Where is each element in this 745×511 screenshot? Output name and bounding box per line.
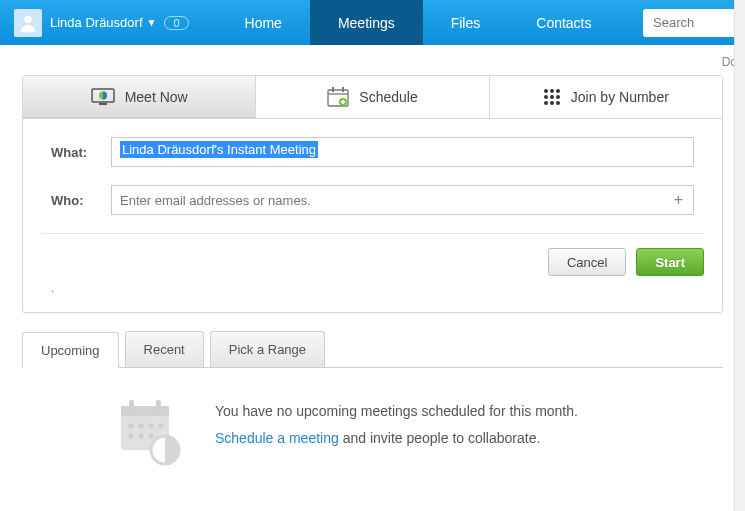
nav-files-label: Files	[451, 15, 481, 31]
person-icon	[17, 12, 39, 34]
svg-rect-21	[121, 406, 169, 416]
notification-badge[interactable]: 0	[164, 16, 188, 30]
tab-join-by-number[interactable]: Join by Number	[490, 76, 722, 118]
svg-point-19	[556, 101, 560, 105]
who-label: Who:	[51, 193, 111, 208]
svg-rect-7	[342, 87, 344, 92]
form-actions: Cancel Start	[23, 248, 722, 276]
status-dots: .	[23, 282, 722, 294]
nav-contacts-label: Contacts	[536, 15, 591, 31]
schedule-meeting-link[interactable]: Schedule a meeting	[215, 430, 339, 446]
tab-join-label: Join by Number	[571, 89, 669, 105]
nav-meetings[interactable]: Meetings	[310, 0, 423, 45]
start-button[interactable]: Start	[636, 248, 704, 276]
plus-icon: +	[674, 191, 683, 208]
calendar-empty-icon	[117, 398, 187, 468]
nav-home-label: Home	[245, 15, 282, 31]
svg-rect-6	[332, 87, 334, 92]
nav-files[interactable]: Files	[423, 0, 509, 45]
nav-contacts[interactable]: Contacts	[508, 0, 619, 45]
who-input[interactable]	[120, 193, 672, 208]
svg-point-14	[544, 95, 548, 99]
username-label: Linda Dräusdorf	[50, 15, 143, 30]
svg-point-25	[139, 424, 144, 429]
search-wrap	[643, 0, 745, 45]
monitor-webex-icon	[91, 88, 115, 106]
lower-section: Upcoming Recent Pick a Range You have no…	[22, 331, 723, 468]
meeting-tabs: Meet Now Schedule Join by Number	[23, 76, 722, 119]
svg-point-12	[550, 89, 554, 93]
tab-upcoming[interactable]: Upcoming	[22, 332, 119, 368]
tab-schedule-label: Schedule	[359, 89, 417, 105]
svg-rect-2	[99, 103, 107, 105]
empty-state-text: You have no upcoming meetings scheduled …	[215, 398, 578, 451]
svg-point-18	[550, 101, 554, 105]
svg-rect-22	[129, 400, 134, 412]
svg-point-27	[159, 424, 164, 429]
divider	[41, 233, 704, 234]
what-input-value: Linda Dräusdorf's Instant Meeting	[120, 141, 318, 158]
nav-home[interactable]: Home	[217, 0, 310, 45]
tab-recent-label: Recent	[144, 342, 185, 357]
what-input[interactable]: Linda Dräusdorf's Instant Meeting	[111, 137, 694, 167]
svg-point-16	[556, 95, 560, 99]
corner-text: Do	[0, 45, 745, 69]
svg-point-13	[556, 89, 560, 93]
avatar[interactable]	[14, 9, 42, 37]
meeting-panel: Meet Now Schedule Join by Number What: L…	[22, 75, 723, 313]
top-nav-bar: Linda Dräusdorf ▼ 0 Home Meetings Files …	[0, 0, 745, 45]
svg-point-24	[129, 424, 134, 429]
tab-schedule[interactable]: Schedule	[256, 76, 489, 118]
svg-point-17	[544, 101, 548, 105]
calendar-icon	[327, 87, 349, 107]
svg-rect-10	[341, 101, 345, 103]
scrollbar[interactable]	[734, 0, 745, 511]
tab-meet-now-label: Meet Now	[125, 89, 188, 105]
cancel-button[interactable]: Cancel	[548, 248, 626, 276]
tab-pick-range[interactable]: Pick a Range	[210, 331, 325, 367]
empty-line1: You have no upcoming meetings scheduled …	[215, 398, 578, 425]
svg-point-15	[550, 95, 554, 99]
dialpad-icon	[543, 88, 561, 106]
nav-meetings-label: Meetings	[338, 15, 395, 31]
username-dropdown[interactable]: Linda Dräusdorf ▼	[50, 15, 156, 30]
add-person-button[interactable]: +	[672, 191, 685, 209]
svg-point-28	[129, 434, 134, 439]
search-input[interactable]	[643, 9, 745, 37]
caret-down-icon: ▼	[147, 17, 157, 28]
lower-tabs: Upcoming Recent Pick a Range	[22, 331, 723, 368]
empty-state: You have no upcoming meetings scheduled …	[22, 368, 723, 468]
tab-meet-now[interactable]: Meet Now	[23, 76, 256, 118]
svg-point-0	[24, 15, 31, 22]
tab-recent[interactable]: Recent	[125, 331, 204, 367]
svg-point-26	[149, 424, 154, 429]
what-label: What:	[51, 145, 111, 160]
tab-upcoming-label: Upcoming	[41, 343, 100, 358]
primary-nav: Home Meetings Files Contacts	[217, 0, 620, 45]
svg-point-11	[544, 89, 548, 93]
who-input-wrap: +	[111, 185, 694, 215]
svg-rect-23	[156, 400, 161, 412]
tab-pick-range-label: Pick a Range	[229, 342, 306, 357]
empty-line2-rest: and invite people to collaborate.	[339, 430, 541, 446]
meeting-form: What: Linda Dräusdorf's Instant Meeting …	[23, 119, 722, 215]
svg-point-29	[139, 434, 144, 439]
svg-point-30	[149, 434, 154, 439]
